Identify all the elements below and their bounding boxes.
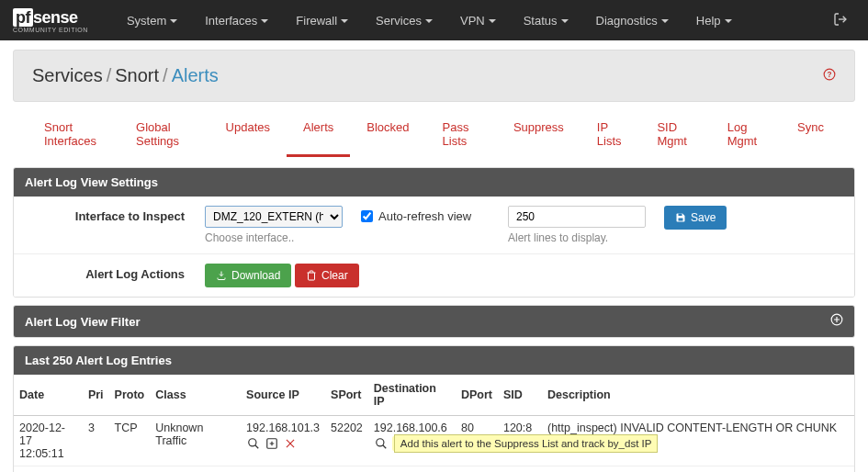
svg-point-15 — [377, 439, 384, 446]
cell-pri: 3 — [83, 466, 109, 473]
tab-bar: Snort InterfacesGlobal SettingsUpdatesAl… — [0, 111, 868, 158]
expand-filter-icon[interactable] — [830, 313, 843, 330]
tooltip: Add this alert to the Suppress List and … — [394, 434, 659, 453]
nav-items: SystemInterfacesFirewallServicesVPNStatu… — [114, 3, 745, 39]
col-dport[interactable]: DPort — [456, 375, 498, 416]
nav-item-status[interactable]: Status — [511, 3, 581, 39]
svg-line-9 — [255, 445, 259, 449]
suppress-src-icon[interactable] — [265, 436, 279, 451]
actions-label: Alert Log Actions — [14, 262, 197, 287]
nav-item-interfaces[interactable]: Interfaces — [192, 3, 281, 39]
nav-item-diagnostics[interactable]: Diagnostics — [583, 3, 682, 39]
save-label: Save — [691, 211, 716, 224]
download-label: Download — [231, 269, 280, 282]
iface-helper: Choose interface.. — [205, 231, 346, 244]
col-destination-ip[interactable]: Destination IP — [368, 375, 456, 416]
cell-src: 192.168.101.3 — [241, 416, 325, 466]
logout-button[interactable] — [826, 5, 855, 37]
logo-sense: sense — [33, 8, 78, 27]
nav-item-help[interactable]: Help — [683, 3, 745, 39]
col-pri[interactable]: Pri — [83, 375, 109, 416]
top-navbar: pfsense COMMUNITY EDITION SystemInterfac… — [0, 0, 868, 40]
cell-class: Unknown Traffic — [150, 416, 241, 466]
lines-helper: Alert lines to display. — [508, 231, 649, 244]
entries-panel-title: Last 250 Alert Log Entries — [25, 354, 172, 367]
tab-log-mgmt[interactable]: Log Mgmt — [711, 111, 781, 157]
auto-refresh-checkbox[interactable]: Auto-refresh view — [361, 206, 471, 223]
suppress-dst-icon[interactable]: Add this alert to the Suppress List and … — [392, 436, 407, 451]
tab-suppress[interactable]: Suppress — [497, 111, 581, 157]
logo-subtitle: COMMUNITY EDITION — [13, 27, 88, 33]
tab-ip-lists[interactable]: IP Lists — [581, 111, 641, 157]
auto-refresh-label: Auto-refresh view — [378, 209, 471, 223]
filter-panel-header[interactable]: Alert Log View Filter — [14, 306, 854, 337]
table-row: 2020-12-1712:05:113TCPUnknown Traffic192… — [14, 416, 854, 466]
nav-item-vpn[interactable]: VPN — [447, 3, 509, 39]
help-icon[interactable]: ? — [823, 68, 836, 84]
remove-src-icon[interactable] — [283, 436, 298, 451]
lookup-dst-icon[interactable] — [374, 436, 389, 451]
logo-pf: pf — [13, 8, 33, 27]
svg-point-8 — [249, 439, 256, 446]
settings-panel-title: Alert Log View Settings — [25, 175, 158, 189]
cell-dst: 192. — [368, 466, 456, 473]
interface-select[interactable]: DMZ_120_EXTERN (h — [205, 206, 343, 228]
settings-panel: Alert Log View Settings Interface to Ins… — [13, 167, 855, 298]
col-proto[interactable]: Proto — [109, 375, 151, 416]
settings-panel-header: Alert Log View Settings — [14, 168, 854, 197]
logo[interactable]: pfsense COMMUNITY EDITION — [13, 8, 88, 33]
crumb-alerts: Alerts — [172, 65, 219, 86]
col-sport[interactable]: SPort — [325, 375, 368, 416]
cell-dport — [456, 466, 498, 473]
cell-sport: 64825 — [325, 466, 368, 473]
table-row: 2020-12-1712:03:483TCPUnknown Traffic192… — [14, 466, 854, 473]
col-source-ip[interactable]: Source IP — [241, 375, 325, 416]
filter-panel: Alert Log View Filter — [13, 305, 855, 338]
iface-label: Interface to Inspect — [14, 204, 197, 229]
crumb-services[interactable]: Services — [32, 65, 103, 86]
cell-proto: TCP — [109, 466, 151, 473]
cell-src: 192.168.101.2 — [241, 466, 325, 473]
col-sid[interactable]: SID — [498, 375, 542, 416]
cell-sport: 52202 — [325, 416, 368, 466]
download-button[interactable]: Download — [205, 264, 291, 287]
svg-line-16 — [383, 445, 387, 449]
col-class[interactable]: Class — [150, 375, 241, 416]
crumb-snort[interactable]: Snort — [115, 65, 159, 86]
lookup-src-icon[interactable] — [246, 436, 261, 451]
cell-pri: 3 — [83, 416, 109, 466]
cell-desc: pct) INVALID CONTENT-LENGTH OR CHUNK SIZ… — [542, 466, 854, 473]
filter-panel-title: Alert Log View Filter — [25, 315, 140, 329]
svg-rect-3 — [679, 214, 682, 217]
cell-proto: TCP — [109, 416, 151, 466]
tab-pass-lists[interactable]: Pass Lists — [426, 111, 497, 157]
clear-button[interactable]: Clear — [295, 264, 359, 287]
cell-date: 2020-12-1712:03:48 — [14, 466, 83, 473]
tab-global-settings[interactable]: Global Settings — [119, 111, 209, 157]
tab-snort-interfaces[interactable]: Snort Interfaces — [28, 111, 119, 157]
breadcrumb: Services / Snort / Alerts ? — [13, 50, 855, 102]
alert-lines-input[interactable] — [508, 206, 646, 228]
nav-item-firewall[interactable]: Firewall — [283, 3, 361, 39]
nav-item-system[interactable]: System — [114, 3, 190, 39]
auto-refresh-input[interactable] — [361, 210, 373, 222]
entries-panel: Last 250 Alert Log Entries DatePriProtoC… — [13, 345, 855, 472]
tab-alerts[interactable]: Alerts — [287, 111, 350, 157]
col-date[interactable]: Date — [14, 375, 83, 416]
tab-blocked[interactable]: Blocked — [350, 111, 425, 157]
alerts-table: DatePriProtoClassSource IPSPortDestinati… — [14, 375, 854, 472]
col-description[interactable]: Description — [542, 375, 854, 416]
cell-dst: 192.168.100.6Add this alert to the Suppr… — [368, 416, 456, 466]
cell-sid — [498, 466, 542, 473]
save-button[interactable]: Save — [664, 206, 727, 230]
tab-updates[interactable]: Updates — [209, 111, 287, 157]
clear-label: Clear — [321, 269, 348, 282]
tab-sid-mgmt[interactable]: SID Mgmt — [640, 111, 710, 157]
entries-panel-header: Last 250 Alert Log Entries — [14, 346, 854, 375]
cell-class: Unknown Traffic — [150, 466, 241, 473]
svg-text:?: ? — [828, 71, 832, 79]
tab-sync[interactable]: Sync — [781, 111, 840, 157]
nav-item-services[interactable]: Services — [363, 3, 445, 39]
svg-rect-4 — [679, 219, 683, 221]
cell-date: 2020-12-1712:05:11 — [14, 416, 83, 466]
